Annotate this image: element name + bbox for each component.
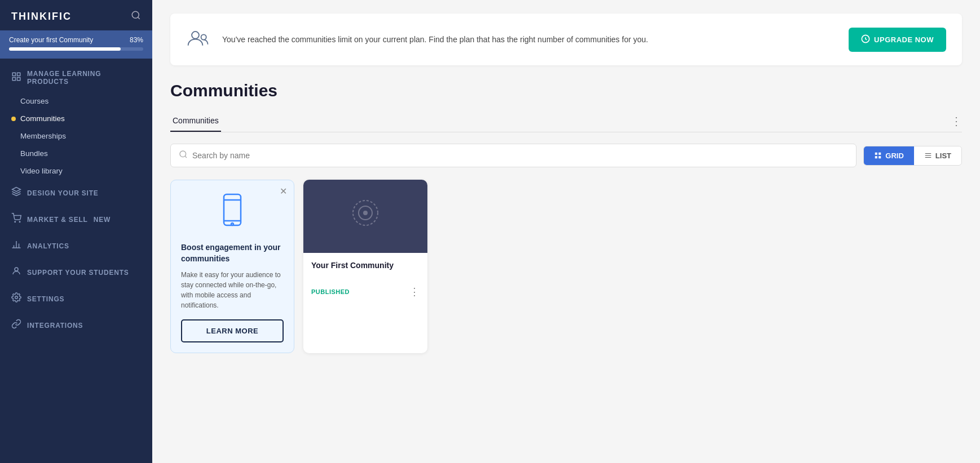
svg-rect-2 bbox=[12, 73, 15, 75]
svg-point-17 bbox=[180, 151, 186, 157]
sidebar-section-analytics[interactable]: ANALYTICS bbox=[0, 233, 152, 259]
svg-line-1 bbox=[138, 17, 139, 19]
progress-section[interactable]: Create your first Community 83% bbox=[0, 30, 152, 59]
support-section-label: SUPPORT YOUR STUDENTS bbox=[27, 269, 129, 277]
svg-rect-20 bbox=[879, 153, 881, 155]
sidebar: THINKIFIC Create your first Community 83… bbox=[0, 0, 152, 463]
progress-percent: 83% bbox=[130, 36, 143, 44]
market-section-label: MARKET & SELL bbox=[27, 216, 88, 224]
sidebar-header: THINKIFIC bbox=[0, 0, 152, 30]
community-card-image bbox=[303, 180, 427, 253]
svg-point-0 bbox=[132, 11, 139, 18]
svg-rect-3 bbox=[17, 73, 20, 75]
promo-title: Boost engagement in your communities bbox=[181, 242, 284, 264]
search-input[interactable] bbox=[192, 151, 848, 160]
search-box bbox=[170, 144, 857, 167]
upgrade-icon bbox=[861, 34, 870, 45]
svg-line-18 bbox=[185, 156, 187, 158]
design-icon bbox=[11, 186, 21, 199]
list-view-button[interactable]: LIST bbox=[914, 146, 961, 165]
promo-card: ✕ Boost engagement in your communities M… bbox=[170, 180, 294, 353]
market-badge: NEW bbox=[94, 216, 111, 224]
progress-label-text: Create your first Community bbox=[9, 36, 93, 44]
design-section-label: DESIGN YOUR SITE bbox=[27, 189, 99, 197]
sidebar-nav: MANAGE LEARNING PRODUCTS Courses Communi… bbox=[0, 59, 152, 463]
upgrade-now-button[interactable]: UPGRADE NOW bbox=[849, 28, 946, 52]
grid-view-button[interactable]: GRID bbox=[864, 146, 914, 165]
tabs-row: Communities ⋮ bbox=[170, 110, 962, 132]
sidebar-item-memberships[interactable]: Memberships bbox=[0, 127, 152, 145]
progress-fill bbox=[9, 47, 121, 51]
sidebar-section-support[interactable]: SUPPORT YOUR STUDENTS bbox=[0, 259, 152, 286]
svg-point-32 bbox=[364, 211, 367, 215]
sidebar-section-settings[interactable]: SETTINGS bbox=[0, 286, 152, 312]
svg-rect-5 bbox=[17, 77, 20, 80]
integrations-section-label: INTEGRATIONS bbox=[27, 322, 83, 330]
cards-area: ✕ Boost engagement in your communities M… bbox=[170, 180, 962, 353]
promo-close-button[interactable]: ✕ bbox=[280, 186, 287, 197]
svg-rect-4 bbox=[12, 77, 15, 80]
app-logo: THINKIFIC bbox=[11, 11, 72, 23]
community-icon bbox=[186, 25, 211, 54]
sidebar-item-video-library[interactable]: Video library bbox=[0, 162, 152, 180]
svg-point-12 bbox=[15, 268, 18, 271]
card-menu-button[interactable]: ⋮ bbox=[409, 286, 420, 298]
sidebar-section-integrations[interactable]: INTEGRATIONS bbox=[0, 312, 152, 339]
view-toggle: GRID LIST bbox=[863, 146, 962, 166]
learn-more-button[interactable]: LEARN MORE bbox=[181, 319, 284, 342]
integrations-icon bbox=[11, 319, 21, 332]
progress-track bbox=[9, 47, 143, 51]
svg-point-29 bbox=[231, 223, 233, 225]
banner-text: You've reached the communities limit on … bbox=[222, 34, 837, 46]
sidebar-section-design[interactable]: DESIGN YOUR SITE bbox=[0, 180, 152, 206]
svg-point-14 bbox=[192, 32, 199, 39]
community-card-body: Your First Community bbox=[303, 253, 427, 286]
community-card[interactable]: Your First Community PUBLISHED ⋮ bbox=[303, 180, 427, 353]
svg-rect-22 bbox=[879, 156, 881, 158]
sidebar-item-communities[interactable]: Communities bbox=[0, 110, 152, 127]
svg-rect-19 bbox=[875, 153, 877, 155]
sidebar-section-market[interactable]: MARKET & SELL NEW bbox=[0, 206, 152, 233]
sidebar-item-bundles[interactable]: Bundles bbox=[0, 145, 152, 162]
manage-icon bbox=[11, 72, 21, 84]
search-view-row: GRID LIST bbox=[170, 144, 962, 167]
market-icon bbox=[11, 213, 21, 226]
tab-communities[interactable]: Communities bbox=[170, 110, 221, 132]
tabs-more-menu[interactable]: ⋮ bbox=[951, 114, 962, 128]
main-content: You've reached the communities limit on … bbox=[152, 0, 980, 463]
settings-icon bbox=[11, 292, 21, 305]
search-icon[interactable] bbox=[131, 10, 141, 23]
promo-description: Make it easy for your audience to stay c… bbox=[181, 270, 284, 310]
page-title: Communities bbox=[170, 81, 962, 100]
manage-section-label: MANAGE LEARNING PRODUCTS bbox=[27, 70, 141, 86]
phone-icon bbox=[215, 192, 249, 233]
settings-section-label: SETTINGS bbox=[27, 295, 64, 303]
svg-point-7 bbox=[19, 221, 20, 222]
search-icon bbox=[179, 150, 188, 161]
analytics-icon bbox=[11, 239, 21, 252]
sidebar-item-courses[interactable]: Courses bbox=[0, 92, 152, 110]
upgrade-banner: You've reached the communities limit on … bbox=[170, 14, 962, 65]
svg-point-6 bbox=[15, 221, 16, 222]
published-badge: PUBLISHED bbox=[311, 288, 350, 295]
analytics-section-label: ANALYTICS bbox=[27, 242, 69, 250]
svg-rect-21 bbox=[875, 156, 877, 158]
sidebar-section-manage[interactable]: MANAGE LEARNING PRODUCTS bbox=[0, 63, 152, 92]
support-icon bbox=[11, 266, 21, 279]
community-card-name: Your First Community bbox=[311, 261, 420, 270]
svg-point-13 bbox=[15, 296, 18, 299]
svg-point-15 bbox=[201, 34, 206, 39]
community-card-footer: PUBLISHED ⋮ bbox=[303, 286, 427, 305]
